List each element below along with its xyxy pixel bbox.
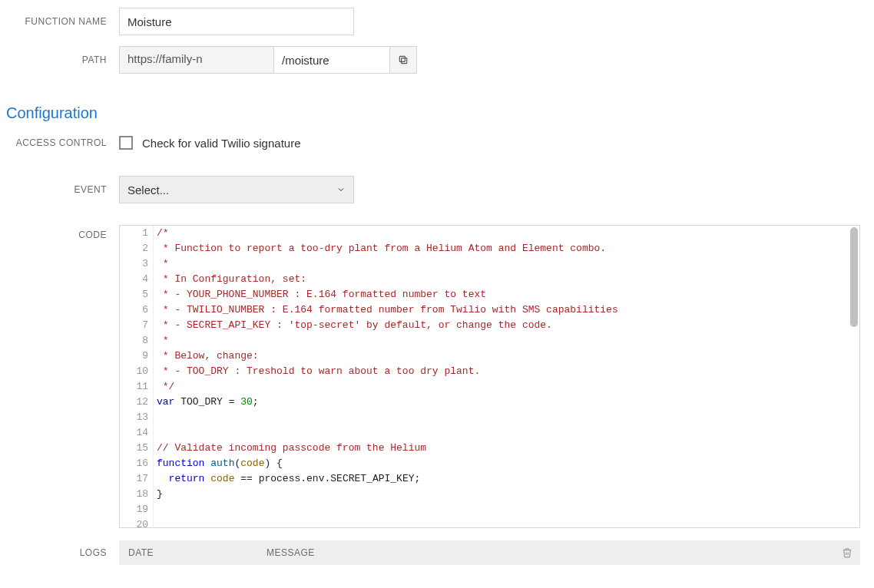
line-content (154, 410, 157, 425)
line-content: * In Configuration, set: (154, 272, 306, 287)
logs-date-column: DATE (128, 547, 267, 558)
line-number: 11 (120, 379, 154, 395)
path-input[interactable] (273, 46, 390, 74)
copy-icon (398, 55, 409, 65)
line-number: 18 (120, 487, 154, 502)
line-content: * Function to report a too-dry plant fro… (154, 241, 606, 256)
event-selected-value: Select... (127, 183, 169, 197)
function-name-row: FUNCTION NAME (0, 8, 874, 35)
code-line: 20 (120, 517, 859, 528)
function-name-input[interactable] (119, 8, 354, 35)
line-number: 5 (120, 287, 154, 302)
configuration-section-title: Configuration (6, 104, 874, 122)
svg-rect-1 (399, 56, 405, 61)
code-line: 19 (120, 502, 859, 517)
line-number: 9 (120, 349, 154, 364)
code-line: 9 * Below, change: (120, 349, 859, 364)
code-line: 12var TOO_DRY = 30; (120, 395, 859, 410)
line-number: 14 (120, 425, 154, 441)
line-content: // Validate incoming passcode from the H… (154, 441, 426, 456)
event-select[interactable]: Select... (119, 176, 354, 203)
code-line: 15// Validate incoming passcode from the… (120, 441, 859, 456)
code-line: 1/* (120, 226, 859, 241)
line-number: 19 (120, 502, 154, 517)
access-control-label: ACCESS CONTROL (0, 137, 119, 148)
code-row: CODE 1/*2 * Function to report a too-dry… (0, 225, 874, 528)
line-content: * Below, change: (154, 349, 259, 364)
line-content (154, 425, 157, 441)
line-content: * - TWILIO_NUMBER : E.164 formatted numb… (154, 302, 618, 318)
line-content: * (154, 256, 169, 272)
line-content (154, 502, 157, 517)
code-line: 18} (120, 487, 859, 502)
path-row: PATH https://family-n (0, 46, 874, 74)
logs-message-column: MESSAGE (267, 547, 315, 558)
code-line: 3 * (120, 256, 859, 272)
function-name-label: FUNCTION NAME (0, 16, 119, 27)
code-line: 13 (120, 410, 859, 425)
path-label: PATH (0, 55, 119, 65)
logs-row: LOGS DATE MESSAGE (0, 540, 874, 565)
access-control-checkbox-wrap: Check for valid Twilio signature (119, 136, 300, 150)
code-line: 17 return code == process.env.SECRET_API… (120, 471, 859, 487)
line-number: 15 (120, 441, 154, 456)
line-number: 8 (120, 333, 154, 349)
code-line: 5 * - YOUR_PHONE_NUMBER : E.164 formatte… (120, 287, 859, 302)
line-content: var TOO_DRY = 30; (154, 395, 259, 410)
line-number: 6 (120, 302, 154, 318)
code-line: 8 * (120, 333, 859, 349)
line-content: function auth(code) { (154, 456, 283, 471)
event-label: EVENT (0, 184, 119, 195)
access-control-checkbox[interactable] (119, 136, 133, 150)
code-line: 7 * - SECRET_API_KEY : 'top-secret' by d… (120, 318, 859, 333)
code-editor[interactable]: 1/*2 * Function to report a too-dry plan… (119, 225, 860, 528)
code-line: 11 */ (120, 379, 859, 395)
line-number: 17 (120, 471, 154, 487)
line-content: } (154, 487, 163, 502)
path-domain-display: https://family-n (119, 46, 274, 74)
code-lines-container: 1/*2 * Function to report a too-dry plan… (120, 226, 859, 528)
event-row: EVENT Select... (0, 176, 874, 203)
line-number: 20 (120, 517, 154, 528)
code-line: 14 (120, 425, 859, 441)
line-number: 1 (120, 226, 154, 241)
line-number: 12 (120, 395, 154, 410)
path-group: https://family-n (119, 46, 417, 74)
chevron-down-icon (336, 185, 346, 194)
line-content: /* (154, 226, 169, 241)
code-line: 10 * - TOO_DRY : Treshold to warn about … (120, 364, 859, 379)
line-content: * - SECRET_API_KEY : 'top-secret' by def… (154, 318, 552, 333)
line-content (154, 517, 157, 528)
line-number: 3 (120, 256, 154, 272)
line-number: 10 (120, 364, 154, 379)
line-content: * - YOUR_PHONE_NUMBER : E.164 formatted … (154, 287, 486, 302)
trash-icon[interactable] (842, 547, 852, 558)
code-line: 2 * Function to report a too-dry plant f… (120, 241, 859, 256)
line-number: 7 (120, 318, 154, 333)
logs-label: LOGS (0, 547, 119, 558)
line-content: return code == process.env.SECRET_API_KE… (154, 471, 420, 487)
line-number: 13 (120, 410, 154, 425)
logs-header: DATE MESSAGE (119, 540, 860, 565)
code-line: 4 * In Configuration, set: (120, 272, 859, 287)
scrollbar-thumb[interactable] (850, 227, 858, 327)
code-line: 16function auth(code) { (120, 456, 859, 471)
line-content: * (154, 333, 169, 349)
line-content: */ (154, 379, 174, 395)
code-label: CODE (0, 225, 119, 240)
access-control-row: ACCESS CONTROL Check for valid Twilio si… (0, 136, 874, 150)
line-number: 4 (120, 272, 154, 287)
line-number: 2 (120, 241, 154, 256)
line-content: * - TOO_DRY : Treshold to warn about a t… (154, 364, 480, 379)
svg-rect-0 (402, 58, 407, 64)
line-number: 16 (120, 456, 154, 471)
code-line: 6 * - TWILIO_NUMBER : E.164 formatted nu… (120, 302, 859, 318)
copy-path-button[interactable] (389, 46, 417, 74)
access-control-checkbox-label: Check for valid Twilio signature (142, 137, 300, 150)
